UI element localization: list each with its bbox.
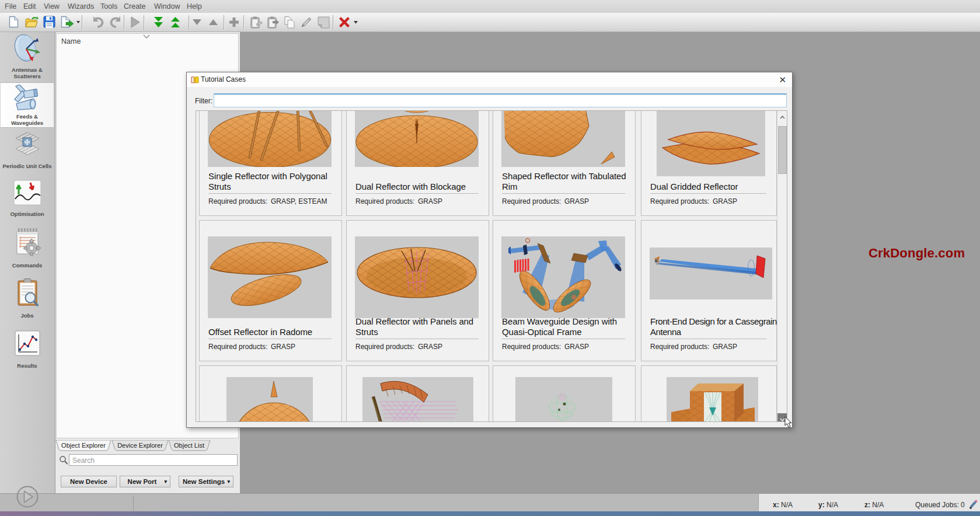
- svg-text:Object Explorer: Object Explorer: [61, 442, 106, 449]
- svg-text:Device Explorer: Device Explorer: [117, 442, 163, 449]
- svg-text:Object List: Object List: [174, 442, 204, 449]
